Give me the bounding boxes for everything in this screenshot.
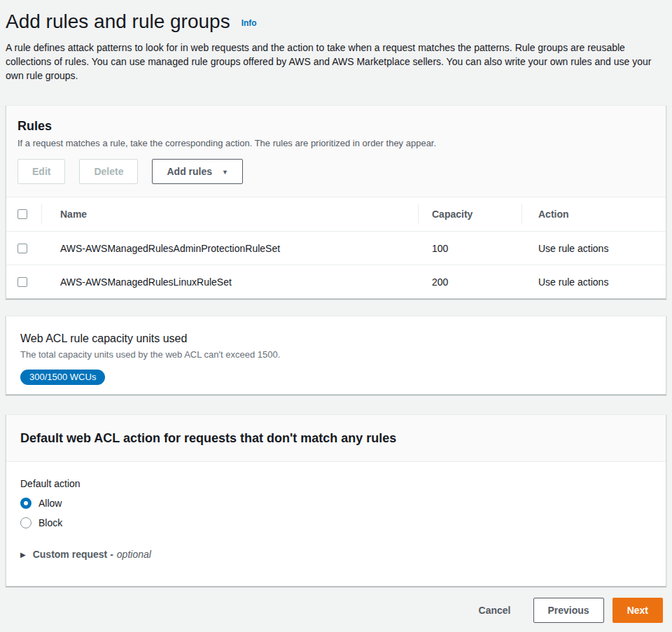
radio-label: Block: [38, 517, 62, 528]
rules-toolbar: Edit Delete Add rules ▼: [18, 159, 652, 184]
rules-table-header: Name Capacity Action: [6, 197, 666, 231]
radio-option-block[interactable]: Block: [20, 515, 652, 531]
waf-add-rules-page: Add rules and rule groups Info A rule de…: [0, 0, 672, 632]
radio-label: Allow: [38, 498, 62, 509]
next-button[interactable]: Next: [612, 598, 663, 623]
rules-panel: Rules If a request matches a rule, take …: [6, 105, 666, 299]
table-row: AWS-AWSManagedRulesLinuxRuleSet 200 Use …: [6, 265, 666, 298]
delete-button[interactable]: Delete: [79, 159, 138, 184]
capacity-panel: Web ACL rule capacity units used The tot…: [6, 316, 666, 395]
previous-button[interactable]: Previous: [533, 598, 604, 623]
wizard-footer: Cancel Previous Next: [6, 598, 663, 623]
rule-name: AWS-AWSManagedRulesLinuxRuleSet: [41, 276, 418, 288]
page-description: A rule defines attack patterns to look f…: [6, 41, 666, 83]
default-action-panel-body: Default action Allow Block ▶ Custom requ…: [6, 462, 666, 586]
caret-down-icon: ▼: [222, 169, 228, 176]
rule-capacity: 200: [418, 276, 522, 288]
expand-right-icon: ▶: [20, 551, 26, 559]
rules-table: Name Capacity Action AWS-AWSManagedRules…: [6, 197, 666, 298]
default-action-panel-title: Default web ACL action for requests that…: [20, 430, 652, 446]
column-header-capacity: Capacity: [418, 197, 522, 231]
radio-button[interactable]: [20, 517, 31, 528]
column-header-name: Name: [41, 197, 418, 231]
rule-action: Use rule actions: [522, 276, 666, 288]
add-rules-button[interactable]: Add rules ▼: [152, 159, 242, 184]
add-rules-label: Add rules: [167, 166, 212, 177]
table-row: AWS-AWSManagedRulesAdminProtectionRuleSe…: [6, 231, 666, 265]
default-action-panel-header: Default web ACL action for requests that…: [6, 415, 666, 462]
capacity-subtitle: The total capacity units used by the web…: [20, 349, 652, 361]
optional-label: optional: [117, 549, 151, 560]
page-title: Add rules and rule groups: [6, 10, 230, 34]
custom-request-expander[interactable]: ▶ Custom request - optional: [20, 549, 652, 560]
default-action-label: Default action: [20, 477, 652, 490]
cancel-button[interactable]: Cancel: [479, 605, 511, 616]
rule-capacity: 100: [418, 243, 522, 254]
rule-action: Use rule actions: [522, 243, 666, 254]
rules-panel-title: Rules: [18, 118, 652, 134]
edit-button[interactable]: Edit: [18, 159, 65, 184]
page-header: Add rules and rule groups Info A rule de…: [0, 0, 672, 83]
column-header-action: Action: [522, 197, 666, 231]
custom-request-label: Custom request -: [33, 549, 113, 560]
wcu-badge: 300/1500 WCUs: [20, 370, 105, 385]
row-checkbox[interactable]: [18, 277, 27, 287]
capacity-title: Web ACL rule capacity units used: [20, 332, 652, 346]
info-link[interactable]: Info: [241, 18, 257, 28]
rules-panel-subtitle: If a request matches a rule, take the co…: [18, 138, 652, 149]
radio-button[interactable]: [20, 498, 31, 509]
rules-panel-header: Rules If a request matches a rule, take …: [6, 106, 666, 197]
row-checkbox[interactable]: [18, 244, 27, 253]
default-action-panel: Default web ACL action for requests that…: [6, 414, 666, 587]
select-all-checkbox[interactable]: [18, 209, 27, 219]
rule-name: AWS-AWSManagedRulesAdminProtectionRuleSe…: [41, 243, 418, 254]
radio-option-allow[interactable]: Allow: [20, 496, 652, 511]
